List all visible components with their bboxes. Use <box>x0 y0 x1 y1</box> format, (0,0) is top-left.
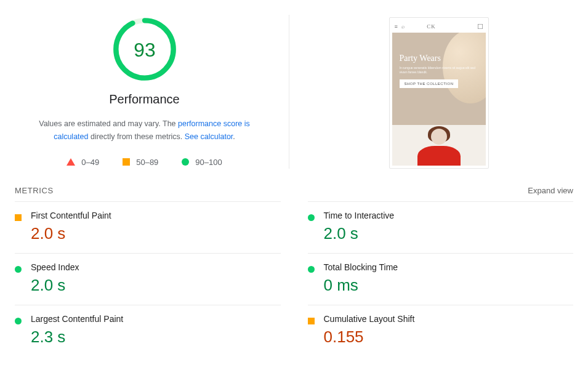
metric-value: 0 ms <box>324 276 574 295</box>
menu-icon: ≡ <box>395 23 398 30</box>
legend-poor: 0–49 <box>66 158 99 167</box>
circle-green-icon <box>182 158 189 166</box>
score-legend: 0–49 50–89 90–100 <box>66 158 222 167</box>
metrics-header: METRICS Expand view <box>0 181 588 201</box>
model-head <box>431 129 447 145</box>
thumb-hero: Party Wears In congue venenatis bibendum… <box>392 33 486 125</box>
hero-cta-button: SHOP THE COLLECTION <box>400 79 459 88</box>
legend-avg: 50–89 <box>123 158 158 167</box>
metric-value: 2.3 s <box>31 328 281 347</box>
bag-icon: ☐ <box>477 23 483 31</box>
metric-name: Largest Contentful Paint <box>31 314 281 324</box>
legend-avg-label: 50–89 <box>136 158 158 167</box>
mobile-preview-thumbnail: ≡ ⌕ CK ☐ Party Wears In congue venenatis… <box>389 17 489 169</box>
legend-good: 90–100 <box>182 158 222 167</box>
circle-green-icon <box>308 266 315 273</box>
gauge-title: Performance <box>109 92 180 107</box>
metric-name: Speed Index <box>31 262 281 272</box>
legend-good-label: 90–100 <box>195 158 222 167</box>
metrics-grid: First Contentful Paint 2.0 s Time to Int… <box>0 201 588 356</box>
square-orange-icon <box>123 158 130 166</box>
metric-fcp: First Contentful Paint 2.0 s <box>15 201 281 253</box>
circle-green-icon <box>15 318 22 324</box>
metric-name: Cumulative Layout Shift <box>324 314 574 324</box>
gauge-score: 93 <box>134 39 155 61</box>
disclaimer-prefix: Values are estimated and may vary. The <box>39 119 178 128</box>
square-orange-icon <box>15 214 22 221</box>
metric-lcp: Largest Contentful Paint 2.3 s <box>15 305 281 356</box>
triangle-red-icon <box>66 158 75 166</box>
search-icon: ⌕ <box>401 23 405 30</box>
disclaimer-middle: directly from these metrics. <box>88 132 184 141</box>
thumb-logo: CK <box>427 23 436 30</box>
metric-value: 0.155 <box>324 328 574 347</box>
hero-text-block: Party Wears In congue venenatis bibendum… <box>400 54 478 88</box>
metric-cls: Cumulative Layout Shift 0.155 <box>308 305 574 356</box>
hero-subtitle: In congue venenatis bibendum viverra sit… <box>400 66 478 74</box>
legend-poor-label: 0–49 <box>81 158 99 167</box>
see-calculator-link[interactable]: See calculator <box>185 132 233 141</box>
performance-gauge: 93 <box>110 15 179 84</box>
metric-value: 2.0 s <box>324 224 574 243</box>
disclaimer-text: Values are estimated and may vary. The p… <box>22 118 268 144</box>
gauge-panel: 93 Performance Values are estimated and … <box>0 15 289 169</box>
circle-green-icon <box>308 214 315 221</box>
thumbnail-panel: ≡ ⌕ CK ☐ Party Wears In congue venenatis… <box>289 15 588 169</box>
gauge-panel-inner: 93 Performance Values are estimated and … <box>22 15 268 167</box>
top-panel: 93 Performance Values are estimated and … <box>0 0 588 181</box>
metric-tbt: Total Blocking Time 0 ms <box>308 253 574 305</box>
expand-view-link[interactable]: Expand view <box>528 186 573 195</box>
circle-green-icon <box>15 266 22 273</box>
metric-value: 2.0 s <box>31 224 281 243</box>
model-body <box>417 146 461 166</box>
metric-tti: Time to Interactive 2.0 s <box>308 201 574 253</box>
metric-name: First Contentful Paint <box>31 211 281 220</box>
metric-name: Time to Interactive <box>324 211 574 220</box>
metric-name: Total Blocking Time <box>324 262 574 272</box>
metrics-title: METRICS <box>15 186 54 195</box>
metric-si: Speed Index 2.0 s <box>15 253 281 305</box>
thumb-lower <box>392 125 486 166</box>
thumb-header: ≡ ⌕ CK ☐ <box>392 20 486 33</box>
square-orange-icon <box>308 318 315 324</box>
hero-title: Party Wears <box>400 54 478 63</box>
metric-value: 2.0 s <box>31 276 281 295</box>
